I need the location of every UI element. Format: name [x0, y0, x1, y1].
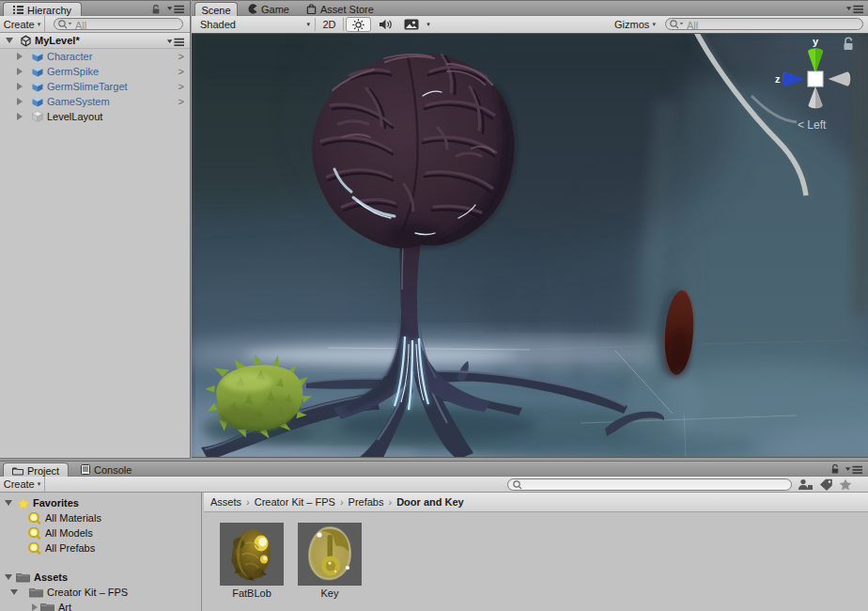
svg-text:y: y [813, 36, 819, 47]
svg-text:z: z [775, 73, 781, 85]
svg-text:< Left: < Left [798, 118, 827, 132]
